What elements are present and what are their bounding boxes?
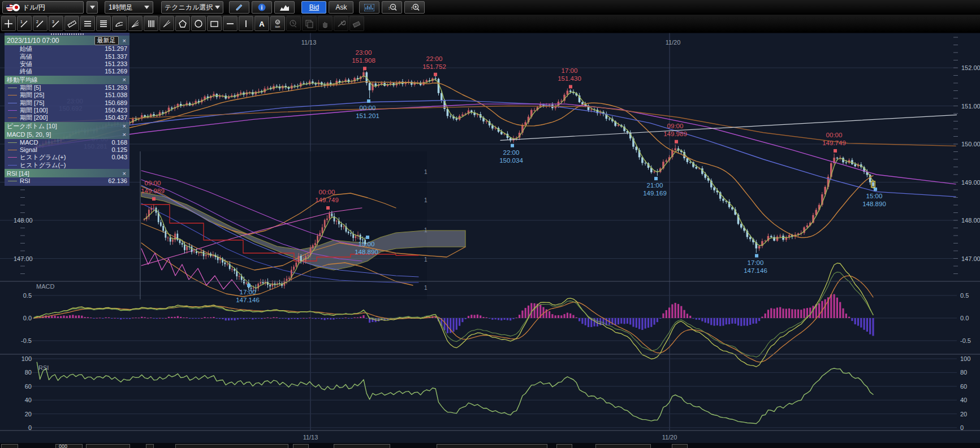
svg-text:11/20: 11/20 [662,434,677,441]
svg-text:151.201: 151.201 [356,112,379,119]
svg-text:80: 80 [960,369,967,376]
series-swatch [8,157,17,158]
legend-section-header: MACD [5, 20, 9]× [5,131,129,139]
svg-text:0: 0 [960,424,964,431]
svg-text:149.00: 149.00 [961,179,980,186]
legend-row: 期間 [100]150.423 [5,107,129,114]
svg-text:20: 20 [960,411,967,417]
close-icon[interactable]: × [122,37,127,44]
svg-text:152.00: 152.00 [961,64,980,71]
legend-value: 151.297 [105,45,127,53]
svg-text:22:00: 22:00 [503,149,520,156]
svg-text:RSI: RSI [38,364,49,371]
svg-text:20: 20 [25,411,32,417]
svg-text:150.00: 150.00 [961,141,980,147]
legend-label: ヒストグラム(+) [20,154,111,161]
svg-text:0.0: 0.0 [960,315,969,321]
latest-bar-button[interactable]: 最新足 [94,36,119,45]
svg-text:1: 1 [424,227,428,233]
legend-value: 151.337 [105,53,127,60]
svg-text:11/13: 11/13 [301,39,317,46]
legend-value: 151.269 [105,68,127,75]
svg-text:1: 1 [424,197,428,203]
section-title: 移動平均線 [7,76,122,84]
close-icon[interactable]: × [122,123,127,129]
legend-label: 安値 [20,60,105,68]
clipped-taskbar-button [672,444,688,448]
series-swatch [8,95,17,95]
svg-text:00:00: 00:00 [826,132,843,138]
svg-text:17:00: 17:00 [562,67,578,74]
legend-section-header: 移動平均線× [5,76,129,84]
clipped-taskbar-button [175,444,288,448]
legend-value: 0.043 [111,154,127,161]
legend-value: 151.233 [105,60,127,68]
svg-text:22:00: 22:00 [426,55,443,62]
legend-label: 期間 [75] [20,99,105,107]
legend-row: MACD0.168 [5,139,129,146]
legend-row: ヒストグラム(−) [5,162,129,169]
legend-label: MACD [20,139,111,146]
svg-text:151.908: 151.908 [352,57,375,64]
svg-text:149.989: 149.989 [141,188,165,194]
svg-text:149.989: 149.989 [663,131,687,137]
legend-value: 151.038 [105,92,127,99]
legend-row: 期間 [75]150.689 [5,99,129,106]
panel-date-header: 2023/11/10 07:00 最新足 × [5,36,129,45]
clipped-taskbar-button [1,444,18,448]
svg-text:11/13: 11/13 [303,434,318,441]
series-swatch [8,181,17,181]
svg-text:151.430: 151.430 [558,75,581,82]
svg-text:1: 1 [424,285,428,291]
svg-text:-0.5: -0.5 [21,337,32,344]
svg-text:147.146: 147.146 [236,297,260,303]
legend-label: 始値 [20,45,105,53]
svg-text:15:00: 15:00 [359,241,375,247]
legend-value: 150.689 [105,99,127,107]
svg-text:0.5: 0.5 [960,292,969,299]
close-icon[interactable]: × [122,170,127,177]
clipped-taskbar-button [556,444,572,448]
svg-text:1: 1 [424,169,428,175]
legend-row: 期間 [200]150.437 [5,114,129,121]
svg-text:40: 40 [960,397,967,403]
series-swatch [8,110,17,111]
close-icon[interactable]: × [122,131,127,138]
svg-text:60: 60 [25,383,32,390]
svg-text:100: 100 [960,355,970,362]
svg-text:09:00: 09:00 [145,180,161,186]
legend-label: ヒストグラム(−) [20,162,127,169]
svg-text:80: 80 [25,369,32,376]
svg-text:149.749: 149.749 [822,140,846,146]
svg-text:148.890: 148.890 [862,201,886,207]
svg-text:MACD: MACD [36,283,54,290]
bottom-taskbar-clipped: 000 [0,443,980,448]
series-swatch [8,142,17,143]
svg-text:00:00: 00:00 [319,189,335,195]
indicator-legend-panel[interactable]: 2023/11/10 07:00 最新足 × 始値151.297高値151.33… [5,33,129,186]
chart-canvas[interactable]: 11111152.00151.00150.00149.00148.00147.0… [0,0,980,448]
clipped-taskbar-button [86,444,130,448]
legend-label: 期間 [25] [20,92,105,99]
series-swatch [8,150,17,150]
svg-text:1: 1 [424,256,428,263]
legend-value: 0.125 [111,146,127,154]
svg-text:151.00: 151.00 [961,103,980,110]
legend-value: 150.437 [105,114,127,121]
svg-text:-0.5: -0.5 [960,337,971,344]
svg-text:0.5: 0.5 [23,292,32,299]
svg-text:00:00: 00:00 [360,105,376,111]
legend-row: 高値151.337 [5,53,129,60]
section-title: ピークボトム [10] [7,122,122,131]
clipped-taskbar-button [146,444,154,448]
svg-text:148.00: 148.00 [961,217,980,224]
close-icon[interactable]: × [122,76,127,83]
series-swatch [8,165,17,166]
svg-text:150.034: 150.034 [499,157,523,164]
legend-section-header: ピークボトム [10]× [5,122,129,131]
legend-row: 始値151.297 [5,45,129,53]
legend-row: RSI62.136 [5,177,129,185]
series-swatch [8,103,17,103]
svg-text:100: 100 [21,355,32,362]
fx-chart-window: ドル/円 1時間足 テクニカル選択 i Bid Ask [0,0,980,448]
